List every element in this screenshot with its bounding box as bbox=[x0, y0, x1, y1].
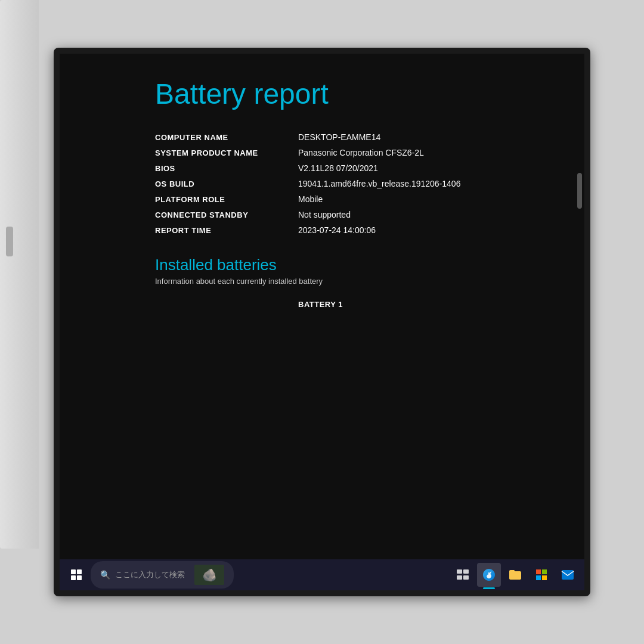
battery-1-header: BATTERY 1 bbox=[298, 300, 343, 309]
store-button[interactable] bbox=[530, 563, 553, 587]
info-row: PLATFORM ROLEMobile bbox=[155, 191, 489, 207]
svg-rect-8 bbox=[536, 569, 541, 574]
info-label: OS BUILD bbox=[155, 179, 298, 188]
info-value: 2023-07-24 14:00:06 bbox=[298, 225, 376, 235]
info-row: REPORT TIME2023-07-24 14:00:06 bbox=[155, 222, 489, 238]
batteries-section-subtitle: Information about each currently install… bbox=[155, 277, 489, 286]
svg-rect-0 bbox=[71, 569, 76, 574]
screen: Battery report COMPUTER NAMEDESKTOP-EAMM… bbox=[60, 54, 584, 590]
info-value: Panasonic Corporation CFSZ6-2L bbox=[298, 148, 424, 157]
search-icon: 🔍 bbox=[100, 570, 110, 580]
taskbar-search[interactable]: 🔍 ここに入力して検索 🪨 bbox=[91, 561, 234, 589]
page-title: Battery report bbox=[155, 78, 489, 110]
svg-rect-11 bbox=[542, 575, 547, 580]
svg-rect-4 bbox=[457, 569, 462, 574]
info-label: PLATFORM ROLE bbox=[155, 195, 298, 204]
battery-section: Installed batteries Information about ea… bbox=[155, 256, 489, 311]
svg-rect-3 bbox=[77, 575, 82, 580]
file-explorer-button[interactable] bbox=[503, 563, 527, 587]
info-label: REPORT TIME bbox=[155, 226, 298, 235]
info-value: V2.11L28 07/20/2021 bbox=[298, 163, 378, 173]
scroll-indicator[interactable] bbox=[577, 173, 582, 209]
info-value: DESKTOP-EAMME14 bbox=[298, 132, 380, 142]
info-row: COMPUTER NAMEDESKTOP-EAMME14 bbox=[155, 129, 489, 145]
info-value: Not supported bbox=[298, 210, 351, 219]
system-info-table: COMPUTER NAMEDESKTOP-EAMME14SYSTEM PRODU… bbox=[155, 129, 489, 238]
screen-bezel: Battery report COMPUTER NAMEDESKTOP-EAMM… bbox=[54, 48, 590, 596]
info-label: BIOS bbox=[155, 164, 298, 173]
task-view-button[interactable] bbox=[451, 563, 475, 587]
svg-rect-1 bbox=[77, 569, 82, 574]
batteries-section-title: Installed batteries bbox=[155, 256, 489, 274]
info-label: CONNECTED STANDBY bbox=[155, 210, 298, 219]
info-value: Mobile bbox=[298, 194, 323, 204]
taskbar: 🔍 ここに入力して検索 🪨 bbox=[60, 559, 584, 590]
laptop-left-edge bbox=[0, 0, 39, 549]
start-button[interactable] bbox=[64, 563, 88, 587]
svg-rect-10 bbox=[536, 575, 541, 580]
info-row: OS BUILD19041.1.amd64fre.vb_release.1912… bbox=[155, 176, 489, 191]
svg-rect-6 bbox=[457, 575, 462, 580]
content-area: Battery report COMPUTER NAMEDESKTOP-EAMM… bbox=[60, 54, 584, 559]
svg-rect-2 bbox=[71, 575, 76, 580]
info-value: 19041.1.amd64fre.vb_release.191206-1406 bbox=[298, 179, 460, 188]
edge-active-indicator bbox=[483, 587, 495, 589]
svg-rect-5 bbox=[463, 569, 469, 574]
battery-column-header: BATTERY 1 bbox=[155, 300, 489, 311]
search-placeholder: ここに入力して検索 bbox=[115, 569, 185, 580]
laptop-frame: Battery report COMPUTER NAMEDESKTOP-EAMM… bbox=[0, 0, 644, 644]
edge-browser-button[interactable] bbox=[477, 563, 501, 587]
info-row: SYSTEM PRODUCT NAMEPanasonic Corporation… bbox=[155, 145, 489, 160]
info-label: COMPUTER NAME bbox=[155, 133, 298, 142]
info-row: CONNECTED STANDBYNot supported bbox=[155, 207, 489, 222]
svg-rect-9 bbox=[542, 569, 547, 574]
info-row: BIOSV2.11L28 07/20/2021 bbox=[155, 160, 489, 176]
info-label: SYSTEM PRODUCT NAME bbox=[155, 148, 298, 157]
mail-button[interactable] bbox=[556, 563, 580, 587]
svg-rect-7 bbox=[463, 575, 469, 580]
volume-button bbox=[6, 227, 13, 256]
